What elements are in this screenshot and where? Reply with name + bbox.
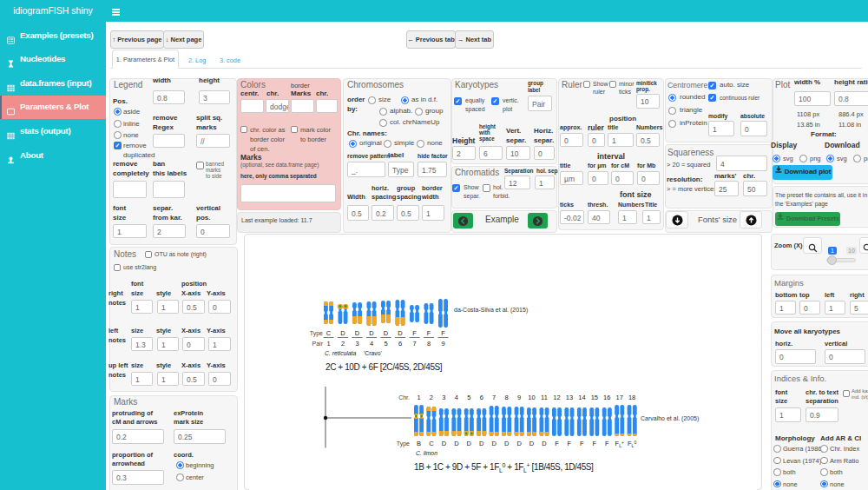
svg-text:6: 6	[480, 394, 483, 401]
svg-text:9: 9	[517, 394, 521, 401]
svg-text:F: F	[605, 440, 609, 447]
svg-text:Carvalho et al. (2005): Carvalho et al. (2005)	[641, 415, 699, 422]
svg-text:12: 12	[553, 394, 560, 401]
svg-text:D: D	[529, 440, 535, 447]
svg-text:9: 9	[441, 340, 444, 348]
svg-text:FL0: FL0	[628, 440, 636, 448]
svg-text:Type: Type	[310, 330, 323, 337]
svg-text:4: 4	[370, 340, 373, 348]
svg-text:6: 6	[398, 340, 402, 348]
svg-text:D: D	[467, 440, 472, 447]
svg-text:15: 15	[591, 394, 598, 401]
svg-text:11: 11	[541, 394, 548, 401]
svg-text:8: 8	[427, 340, 431, 348]
svg-text:16: 16	[603, 394, 610, 401]
svg-text:da-Costa-Silva et al. (2015): da-Costa-Silva et al. (2015)	[454, 307, 528, 314]
svg-text:C. limon: C. limon	[416, 450, 437, 456]
svg-text:14: 14	[578, 394, 585, 401]
svg-text:D: D	[491, 440, 496, 447]
svg-text:3: 3	[355, 340, 358, 348]
svg-text:F: F	[427, 329, 431, 337]
svg-text:D: D	[369, 329, 374, 337]
svg-text:D: D	[479, 440, 484, 447]
svg-text:F: F	[441, 329, 445, 337]
svg-text:1: 1	[326, 340, 330, 348]
svg-text:C: C	[429, 440, 434, 447]
svg-text:1B + 1C + 9D + 5F + 1FL0 + 1FL: 1B + 1C + 9D + 5F + 1FL0 + 1FL+ [1B/45S,…	[414, 462, 594, 473]
svg-text:7: 7	[492, 394, 496, 401]
svg-text:D: D	[398, 329, 403, 337]
svg-text:B: B	[417, 440, 421, 447]
svg-text:F: F	[555, 440, 559, 447]
svg-text:C: C	[326, 329, 332, 337]
svg-text:D: D	[355, 329, 360, 337]
svg-text:2: 2	[430, 394, 433, 401]
svg-text:Chr.: Chr.	[398, 394, 410, 401]
svg-text:13: 13	[566, 394, 573, 401]
svg-text:D: D	[454, 440, 459, 447]
svg-text:F: F	[593, 440, 597, 447]
svg-text:'Cravo': 'Cravo'	[364, 350, 382, 356]
svg-text:D: D	[340, 329, 345, 337]
svg-text:D: D	[504, 440, 510, 447]
svg-text:C. reticulata: C. reticulata	[325, 350, 356, 356]
svg-text:3: 3	[442, 394, 445, 401]
svg-text:8: 8	[505, 394, 509, 401]
svg-text:F: F	[568, 440, 572, 447]
svg-text:17: 17	[616, 394, 623, 401]
svg-text:2C + 10D + 6F [2C/45S, 2D/45S]: 2C + 10D + 6F [2C/45S, 2D/45S]	[326, 362, 443, 372]
svg-text:10: 10	[528, 394, 535, 401]
svg-text:1: 1	[417, 394, 420, 401]
svg-text:F: F	[580, 440, 584, 447]
svg-text:D: D	[516, 440, 522, 447]
svg-text:4: 4	[455, 394, 458, 401]
svg-text:D: D	[384, 329, 389, 337]
svg-text:F: F	[412, 329, 417, 337]
svg-text:7: 7	[412, 340, 416, 348]
svg-text:FL+: FL+	[615, 440, 624, 448]
svg-text:D: D	[442, 440, 447, 447]
svg-text:D: D	[542, 440, 547, 447]
svg-text:2: 2	[341, 340, 345, 348]
svg-text:5: 5	[467, 394, 470, 401]
svg-text:5: 5	[384, 340, 387, 348]
svg-text:Type: Type	[397, 440, 410, 447]
svg-text:18: 18	[628, 394, 635, 401]
svg-text:Pair: Pair	[312, 341, 324, 347]
